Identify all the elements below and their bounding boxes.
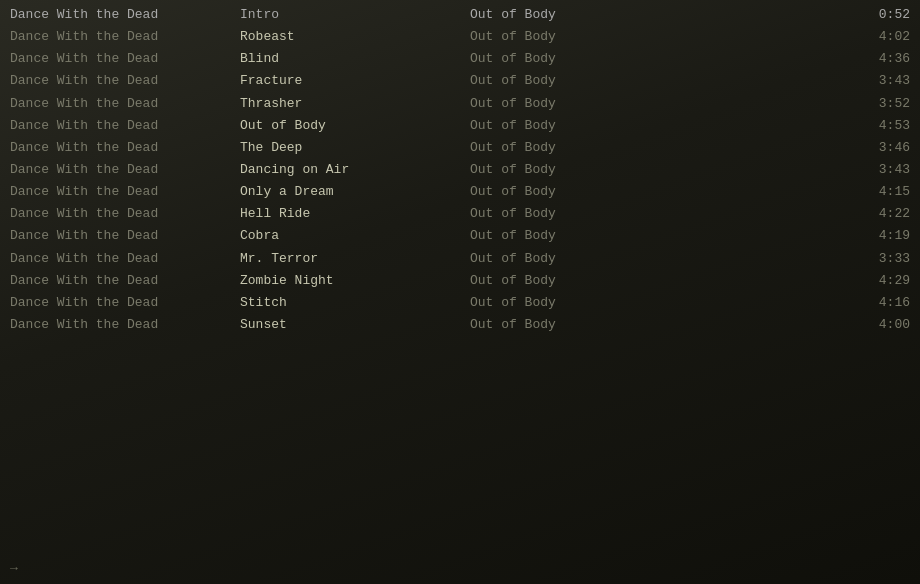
track-artist: Dance With the Dead (10, 71, 240, 91)
track-album: Out of Body (470, 293, 670, 313)
track-album: Out of Body (470, 27, 670, 47)
track-album: Out of Body (470, 204, 670, 224)
track-title: Stitch (240, 293, 470, 313)
track-duration: 4:53 (670, 116, 910, 136)
track-artist: Dance With the Dead (10, 27, 240, 47)
track-title: Out of Body (240, 116, 470, 136)
table-row[interactable]: Dance With the DeadSunsetOut of Body4:00 (0, 314, 920, 336)
header-duration: 0:52 (670, 5, 910, 25)
track-duration: 4:36 (670, 49, 910, 69)
track-album: Out of Body (470, 182, 670, 202)
track-duration: 3:46 (670, 138, 910, 158)
table-row[interactable]: Dance With the DeadHell RideOut of Body4… (0, 203, 920, 225)
track-title: Robeast (240, 27, 470, 47)
table-row[interactable]: Dance With the DeadDancing on AirOut of … (0, 159, 920, 181)
track-album: Out of Body (470, 249, 670, 269)
track-title: Only a Dream (240, 182, 470, 202)
table-row[interactable]: Dance With the DeadStitchOut of Body4:16 (0, 292, 920, 314)
track-list-header: Dance With the Dead Intro Out of Body 0:… (0, 4, 920, 26)
track-duration: 4:15 (670, 182, 910, 202)
table-row[interactable]: Dance With the DeadBlindOut of Body4:36 (0, 48, 920, 70)
header-artist: Dance With the Dead (10, 5, 240, 25)
table-row[interactable]: Dance With the DeadRobeastOut of Body4:0… (0, 26, 920, 48)
table-row[interactable]: Dance With the DeadCobraOut of Body4:19 (0, 225, 920, 247)
track-artist: Dance With the Dead (10, 49, 240, 69)
track-title: Dancing on Air (240, 160, 470, 180)
track-duration: 3:43 (670, 71, 910, 91)
track-artist: Dance With the Dead (10, 315, 240, 335)
track-duration: 4:00 (670, 315, 910, 335)
track-artist: Dance With the Dead (10, 116, 240, 136)
track-duration: 3:33 (670, 249, 910, 269)
track-title: Mr. Terror (240, 249, 470, 269)
table-row[interactable]: Dance With the DeadThrasherOut of Body3:… (0, 93, 920, 115)
track-album: Out of Body (470, 315, 670, 335)
track-album: Out of Body (470, 94, 670, 114)
track-duration: 4:19 (670, 226, 910, 246)
track-title: Sunset (240, 315, 470, 335)
track-title: Fracture (240, 71, 470, 91)
table-row[interactable]: Dance With the DeadThe DeepOut of Body3:… (0, 137, 920, 159)
track-duration: 4:29 (670, 271, 910, 291)
track-duration: 4:02 (670, 27, 910, 47)
track-title: Thrasher (240, 94, 470, 114)
track-title: The Deep (240, 138, 470, 158)
track-title: Hell Ride (240, 204, 470, 224)
track-duration: 3:43 (670, 160, 910, 180)
track-artist: Dance With the Dead (10, 271, 240, 291)
track-artist: Dance With the Dead (10, 160, 240, 180)
track-artist: Dance With the Dead (10, 204, 240, 224)
track-title: Cobra (240, 226, 470, 246)
track-album: Out of Body (470, 49, 670, 69)
track-album: Out of Body (470, 160, 670, 180)
track-duration: 4:22 (670, 204, 910, 224)
track-artist: Dance With the Dead (10, 226, 240, 246)
track-title: Zombie Night (240, 271, 470, 291)
table-row[interactable]: Dance With the DeadMr. TerrorOut of Body… (0, 248, 920, 270)
table-row[interactable]: Dance With the DeadOut of BodyOut of Bod… (0, 115, 920, 137)
table-row[interactable]: Dance With the DeadZombie NightOut of Bo… (0, 270, 920, 292)
track-album: Out of Body (470, 226, 670, 246)
arrow-indicator: → (10, 561, 18, 576)
track-list: Dance With the Dead Intro Out of Body 0:… (0, 0, 920, 340)
track-artist: Dance With the Dead (10, 293, 240, 313)
track-artist: Dance With the Dead (10, 249, 240, 269)
track-artist: Dance With the Dead (10, 182, 240, 202)
track-artist: Dance With the Dead (10, 138, 240, 158)
track-album: Out of Body (470, 271, 670, 291)
track-title: Blind (240, 49, 470, 69)
track-artist: Dance With the Dead (10, 94, 240, 114)
track-album: Out of Body (470, 116, 670, 136)
track-album: Out of Body (470, 138, 670, 158)
header-album: Out of Body (470, 5, 670, 25)
header-title: Intro (240, 5, 470, 25)
track-album: Out of Body (470, 71, 670, 91)
table-row[interactable]: Dance With the DeadOnly a DreamOut of Bo… (0, 181, 920, 203)
track-duration: 3:52 (670, 94, 910, 114)
track-duration: 4:16 (670, 293, 910, 313)
table-row[interactable]: Dance With the DeadFractureOut of Body3:… (0, 70, 920, 92)
